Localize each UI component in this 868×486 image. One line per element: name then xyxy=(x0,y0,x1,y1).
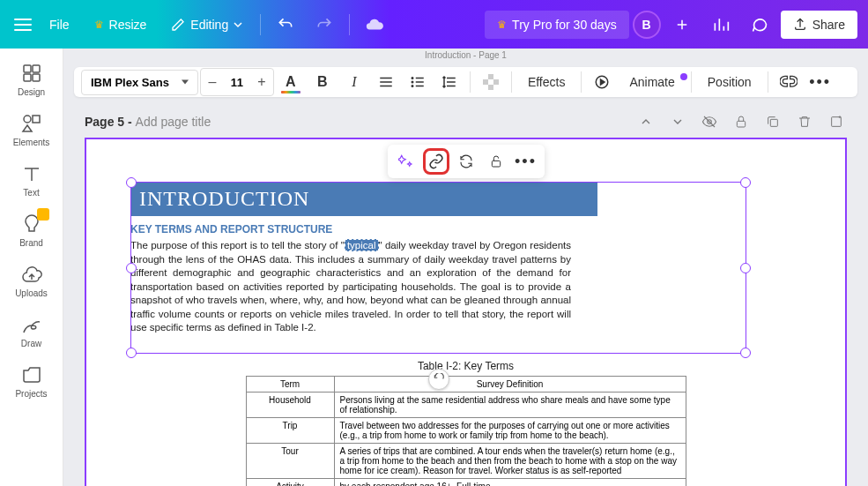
analytics-icon[interactable] xyxy=(703,7,738,42)
resize-handle[interactable] xyxy=(126,348,137,358)
sidebar-item-projects[interactable]: Projects xyxy=(5,357,58,406)
lock-page-button[interactable] xyxy=(731,111,752,132)
svg-rect-17 xyxy=(737,121,745,127)
sync-button[interactable] xyxy=(453,148,479,175)
resize-handle[interactable] xyxy=(740,348,751,358)
page-up-button[interactable] xyxy=(635,111,657,132)
svg-rect-20 xyxy=(492,161,500,167)
svg-point-7 xyxy=(412,81,413,83)
svg-rect-19 xyxy=(832,117,842,127)
divider xyxy=(260,14,261,35)
svg-rect-10 xyxy=(483,74,488,79)
decrease-size-button[interactable]: – xyxy=(201,69,224,95)
sidebar-item-label: Draw xyxy=(21,339,41,348)
table-row: HouseholdPersons living at the same resi… xyxy=(246,392,686,417)
undo-button[interactable] xyxy=(268,7,303,42)
more-button[interactable]: ••• xyxy=(805,67,835,97)
increase-size-button[interactable]: + xyxy=(250,69,273,95)
table-header: Survey Definition xyxy=(334,376,686,392)
draw-icon xyxy=(21,314,42,335)
add-member-button[interactable] xyxy=(664,7,700,42)
crown-icon: ♛ xyxy=(94,19,104,31)
sidebar-item-label: Projects xyxy=(15,389,47,399)
table-header: Term xyxy=(246,376,334,392)
cloud-sync-icon[interactable] xyxy=(357,7,392,42)
resize-button[interactable]: ♛Resize xyxy=(84,11,158,39)
try-pro-button[interactable]: ♛Try Pro for 30 days xyxy=(485,11,629,39)
effects-button[interactable]: Effects xyxy=(517,75,576,89)
editing-menu[interactable]: Editing xyxy=(160,11,253,39)
svg-rect-5 xyxy=(33,116,40,123)
sidebar-item-uploads[interactable]: Uploads xyxy=(5,257,58,305)
sidebar-item-design[interactable]: Design xyxy=(5,56,58,104)
list-button[interactable] xyxy=(403,67,433,97)
sidebar-item-label: Design xyxy=(18,87,45,97)
table-row: TourA series of trips that are combined.… xyxy=(246,443,686,478)
table-row: TripTravel between two addresses for the… xyxy=(246,417,686,443)
svg-rect-12 xyxy=(488,79,493,85)
hide-page-button[interactable] xyxy=(699,111,720,132)
rotate-handle[interactable] xyxy=(428,369,449,390)
projects-icon xyxy=(21,364,42,385)
resize-handle[interactable] xyxy=(126,177,137,188)
font-select[interactable]: IBM Plex Sans xyxy=(81,70,198,95)
italic-button[interactable]: I xyxy=(339,67,369,97)
sidebar-item-draw[interactable]: Draw xyxy=(5,307,58,355)
svg-rect-18 xyxy=(770,119,777,126)
link-style-button[interactable] xyxy=(774,67,804,97)
svg-point-6 xyxy=(412,78,413,79)
table-row: Activityby each respondent age 16+. Full… xyxy=(246,478,686,486)
page-canvas[interactable]: ••• INTRODUCTION KEY TERMS AND REPORT ST… xyxy=(85,138,847,486)
duplicate-page-button[interactable] xyxy=(762,111,783,132)
resize-handle[interactable] xyxy=(126,263,137,273)
delete-page-button[interactable] xyxy=(794,111,815,132)
more-element-button[interactable]: ••• xyxy=(513,148,539,175)
text-color-button[interactable]: A xyxy=(276,67,306,97)
svg-rect-3 xyxy=(33,74,40,81)
svg-rect-14 xyxy=(493,85,499,90)
file-menu[interactable]: File xyxy=(39,11,80,39)
breadcrumb: Introduction - Page 1 xyxy=(63,49,868,62)
share-button[interactable]: Share xyxy=(781,11,857,39)
table-caption: Table I-2: Key Terms xyxy=(130,360,801,372)
crown-icon: ♛ xyxy=(497,19,507,31)
pro-badge xyxy=(37,208,49,221)
avatar[interactable]: B xyxy=(633,11,661,39)
svg-rect-2 xyxy=(24,74,31,81)
page-title[interactable]: Page 5 - Add page title xyxy=(85,115,211,129)
resize-handle[interactable] xyxy=(740,263,751,273)
floating-toolbar: ••• xyxy=(388,145,545,178)
chevron-down-icon xyxy=(234,20,242,29)
design-icon xyxy=(21,63,42,84)
svg-point-4 xyxy=(24,116,31,123)
divider xyxy=(349,14,350,35)
spacing-button[interactable] xyxy=(434,67,464,97)
bold-button[interactable]: B xyxy=(308,67,338,97)
transparency-button[interactable] xyxy=(476,67,506,97)
redo-button[interactable] xyxy=(307,7,342,42)
magic-button[interactable] xyxy=(393,148,419,175)
sidebar-item-brand[interactable]: Brand xyxy=(5,206,58,255)
notification-dot xyxy=(680,73,687,80)
resize-handle[interactable] xyxy=(740,177,751,188)
link-button[interactable] xyxy=(423,148,449,175)
sidebar-item-elements[interactable]: Elements xyxy=(5,106,58,154)
sidebar-item-label: Text xyxy=(23,188,39,198)
font-size-value[interactable]: 11 xyxy=(224,76,250,89)
position-button[interactable]: Position xyxy=(697,75,762,89)
font-size-group: – 11 + xyxy=(200,68,274,96)
menu-icon[interactable] xyxy=(11,12,35,37)
selection-box[interactable] xyxy=(130,182,746,354)
animate-button[interactable]: Animate xyxy=(619,75,685,89)
svg-rect-1 xyxy=(33,65,40,72)
comment-icon[interactable] xyxy=(742,7,777,42)
key-terms-table[interactable]: Term Survey Definition HouseholdPersons … xyxy=(246,376,686,486)
sidebar-item-label: Elements xyxy=(13,138,50,147)
lock-element-button[interactable] xyxy=(483,148,509,175)
add-page-button[interactable] xyxy=(826,111,847,132)
align-button[interactable] xyxy=(371,67,401,97)
animate-icon[interactable] xyxy=(587,67,617,97)
sidebar-item-text[interactable]: Text xyxy=(5,156,58,205)
text-toolbar: IBM Plex Sans – 11 + A B I Effects Anima… xyxy=(74,67,857,97)
page-down-button[interactable] xyxy=(667,111,688,132)
